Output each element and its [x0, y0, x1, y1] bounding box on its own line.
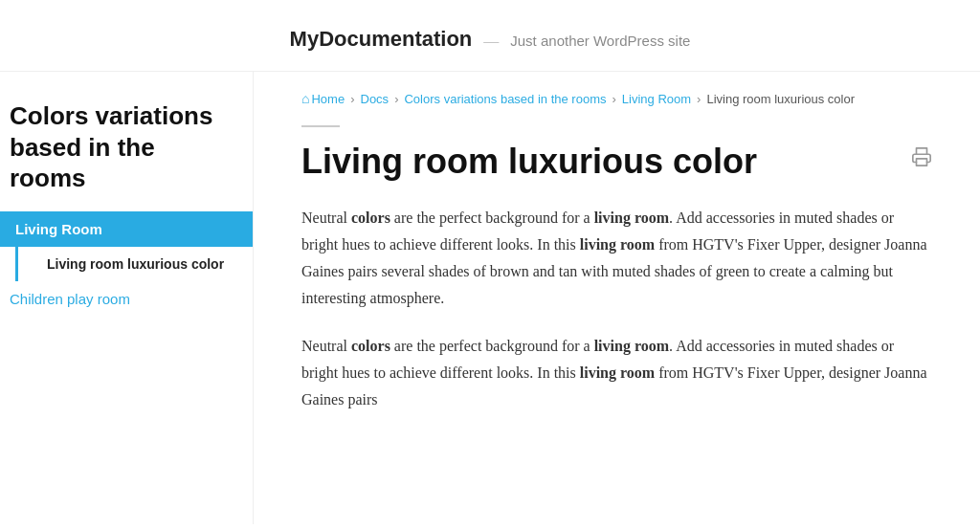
sidebar-item-living-room[interactable]: Living Room — [0, 211, 253, 247]
breadcrumb-home[interactable]: Home — [311, 92, 345, 106]
sidebar-title: Colors variations based in the rooms — [0, 91, 253, 211]
page-layout: Colors variations based in the rooms Liv… — [0, 72, 980, 524]
site-tagline: Just another WordPress site — [510, 33, 690, 49]
svg-rect-0 — [917, 159, 927, 165]
breadcrumb-sep-4: › — [697, 92, 701, 106]
main-content: ⌂ Home › Docs › Colors variations based … — [254, 72, 980, 524]
sidebar-sub-item-luxurious-color[interactable]: Living room luxurious color — [15, 247, 253, 281]
breadcrumb: ⌂ Home › Docs › Colors variations based … — [301, 91, 932, 106]
sidebar-link-children-play-room[interactable]: Children play room — [0, 281, 253, 317]
article-paragraph-2: Neutral colors are the perfect backgroun… — [301, 333, 932, 413]
article: Living room luxurious color Neutral colo… — [301, 125, 932, 413]
breadcrumb-docs[interactable]: Docs — [361, 92, 390, 106]
article-title: Living room luxurious color — [301, 141, 757, 182]
article-body: Neutral colors are the perfect backgroun… — [301, 205, 932, 413]
article-header: Living room luxurious color — [301, 141, 932, 182]
home-icon: ⌂ — [301, 91, 309, 106]
site-header: MyDocumentation — Just another WordPress… — [0, 0, 980, 72]
breadcrumb-section[interactable]: Colors variations based in the rooms — [404, 92, 606, 106]
breadcrumb-sub-section[interactable]: Living Room — [622, 92, 691, 106]
article-paragraph-1: Neutral colors are the perfect backgroun… — [301, 205, 932, 312]
site-title: MyDocumentation — [290, 27, 473, 51]
header-separator: — — [483, 33, 499, 49]
breadcrumb-sep-2: › — [394, 92, 398, 106]
sidebar: Colors variations based in the rooms Liv… — [0, 72, 254, 524]
article-top-line — [301, 125, 340, 127]
print-icon[interactable] — [911, 146, 932, 172]
breadcrumb-sep-1: › — [350, 92, 354, 106]
breadcrumb-sep-3: › — [612, 92, 615, 106]
breadcrumb-current: Living room luxurious color — [706, 92, 855, 106]
